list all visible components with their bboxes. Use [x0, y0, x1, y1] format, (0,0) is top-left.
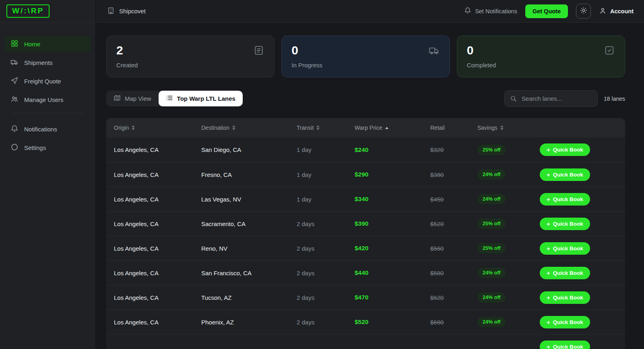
- savings-badge: 25% off: [477, 145, 506, 155]
- quick-book-button[interactable]: + Quick Book: [540, 143, 590, 156]
- map-view-label: Map View: [125, 95, 151, 102]
- get-quote-button[interactable]: Get Quote: [525, 4, 568, 18]
- warp-logo[interactable]: W/:\RP: [6, 4, 50, 18]
- sidebar-item-label: Notifications: [24, 126, 57, 133]
- sidebar-item-manage-users[interactable]: Manage Users: [5, 92, 91, 107]
- quick-book-label: Quick Book: [553, 319, 583, 325]
- quick-book-button[interactable]: + Quick Book: [540, 168, 590, 181]
- table-row: Los Angeles, CA San Francisco, CA 2 days…: [106, 260, 625, 285]
- quick-book-button[interactable]: + Quick Book: [540, 193, 590, 206]
- transit-cell: 1 day: [297, 196, 355, 203]
- origin-cell: Los Angeles, CA: [114, 171, 201, 178]
- table-row: Los Angeles, CA Reno, NV 2 days $420 $56…: [106, 236, 625, 260]
- quick-book-label: Quick Book: [553, 270, 583, 276]
- origin-cell: Los Angeles, CA: [114, 319, 201, 326]
- users-icon: [10, 95, 19, 104]
- controls-row: Map View Top Warp LTL Lanes 18 lanes: [106, 90, 625, 107]
- truck-icon: [429, 45, 440, 58]
- destination-cell: Phoenix, AZ: [201, 319, 297, 326]
- table-body: Los Angeles, CA San Diego, CA 1 day $240…: [106, 137, 625, 349]
- stats-row: 2 Created 0 In Progress 0 Completed: [106, 35, 625, 77]
- transit-cell: 2 days: [297, 245, 355, 252]
- stat-value: 2: [116, 43, 264, 58]
- set-notifications-button[interactable]: Set Notifications: [464, 7, 517, 15]
- destination-cell: Las Vegas, NV: [201, 196, 297, 203]
- theme-toggle-button[interactable]: [576, 4, 591, 19]
- sidebar-item-freight-quote[interactable]: Freight Quote: [5, 73, 91, 89]
- sidebar-item-label: Settings: [24, 144, 46, 151]
- stat-card-in-progress: 0 In Progress: [281, 35, 450, 77]
- sidebar-item-home[interactable]: Home: [5, 36, 91, 52]
- sort-icon: [232, 125, 235, 130]
- quick-book-button[interactable]: + Quick Book: [540, 242, 590, 255]
- sidebar-item-shipments[interactable]: Shipments: [5, 55, 91, 70]
- account-menu[interactable]: Account: [599, 7, 634, 16]
- building-icon: [107, 7, 115, 16]
- warp-price-cell: $470: [355, 294, 430, 301]
- stat-value: 0: [467, 43, 615, 58]
- lanes-view-tab[interactable]: Top Warp LTL Lanes: [159, 91, 243, 106]
- table-row: + Quick Book: [106, 334, 625, 349]
- quick-book-label: Quick Book: [553, 172, 583, 178]
- quick-book-label: Quick Book: [553, 245, 583, 251]
- quick-book-button[interactable]: + Quick Book: [540, 341, 590, 349]
- table-row: Los Angeles, CA Phoenix, AZ 2 days $520 …: [106, 310, 625, 334]
- company-switcher[interactable]: Shipcovet: [107, 7, 146, 16]
- map-view-tab[interactable]: Map View: [106, 91, 159, 106]
- origin-cell: Los Angeles, CA: [114, 245, 201, 252]
- sort-icon: [316, 125, 320, 130]
- column-header-warp-price[interactable]: Warp Price: [355, 125, 430, 131]
- stat-card-completed: 0 Completed: [457, 35, 625, 77]
- search-lanes-input[interactable]: [504, 90, 598, 107]
- warp-price-cell: $290: [355, 171, 430, 178]
- sidebar-nav: Home Shipments Freight Quote Manage User…: [0, 31, 95, 158]
- plus-icon: +: [547, 172, 550, 178]
- retail-cell: $580: [430, 270, 477, 276]
- column-header-savings[interactable]: Savings: [477, 125, 540, 131]
- sidebar-item-notifications[interactable]: Notifications: [5, 121, 91, 137]
- send-icon: [10, 77, 19, 86]
- search-box: [504, 90, 598, 107]
- company-name: Shipcovet: [119, 8, 146, 15]
- transit-cell: 2 days: [297, 319, 355, 326]
- set-notifications-label: Set Notifications: [475, 8, 517, 15]
- warp-price-cell: $420: [355, 245, 430, 252]
- stat-value: 0: [291, 43, 440, 58]
- quick-book-button[interactable]: + Quick Book: [540, 267, 590, 279]
- quick-book-button[interactable]: + Quick Book: [540, 291, 590, 304]
- transit-cell: 2 days: [297, 220, 355, 227]
- destination-cell: Reno, NV: [201, 245, 297, 252]
- column-header-transit[interactable]: Transit: [297, 125, 355, 131]
- sidebar-item-label: Manage Users: [24, 96, 64, 103]
- quick-book-button[interactable]: + Quick Book: [540, 218, 590, 230]
- bell-icon: [10, 125, 19, 134]
- column-header-retail[interactable]: Retail: [430, 125, 477, 131]
- retail-cell: $520: [430, 220, 477, 227]
- list-icon: [166, 94, 173, 103]
- origin-cell: Los Angeles, CA: [114, 294, 201, 301]
- quick-book-label: Quick Book: [553, 221, 583, 227]
- stat-label: In Progress: [291, 62, 440, 69]
- retail-cell: $380: [430, 171, 477, 178]
- quick-book-label: Quick Book: [553, 295, 583, 301]
- quick-book-button[interactable]: + Quick Book: [540, 316, 590, 328]
- lanes-count: 18 lanes: [604, 96, 625, 102]
- column-header-origin[interactable]: Origin: [114, 125, 201, 131]
- destination-cell: Sacramento, CA: [201, 220, 297, 227]
- warp-price-cell: $240: [355, 146, 430, 154]
- table-header: Origin Destination Transit Warp Price: [106, 118, 625, 137]
- origin-cell: Los Angeles, CA: [114, 146, 201, 153]
- plus-icon: +: [547, 196, 550, 202]
- plus-icon: +: [547, 295, 550, 301]
- table-row: Los Angeles, CA Sacramento, CA 2 days $3…: [106, 211, 625, 236]
- column-header-destination[interactable]: Destination: [201, 125, 297, 131]
- savings-badge: 24% off: [477, 317, 506, 327]
- savings-badge: 24% off: [477, 194, 506, 204]
- savings-badge: 25% off: [477, 243, 506, 253]
- sort-icon: [132, 125, 135, 130]
- main-content: 2 Created 0 In Progress 0 Completed: [96, 23, 644, 349]
- warp-price-cell: $340: [355, 195, 430, 203]
- sidebar-item-settings[interactable]: Settings: [5, 140, 91, 155]
- retail-cell: $620: [430, 294, 477, 301]
- transit-cell: 2 days: [297, 294, 355, 301]
